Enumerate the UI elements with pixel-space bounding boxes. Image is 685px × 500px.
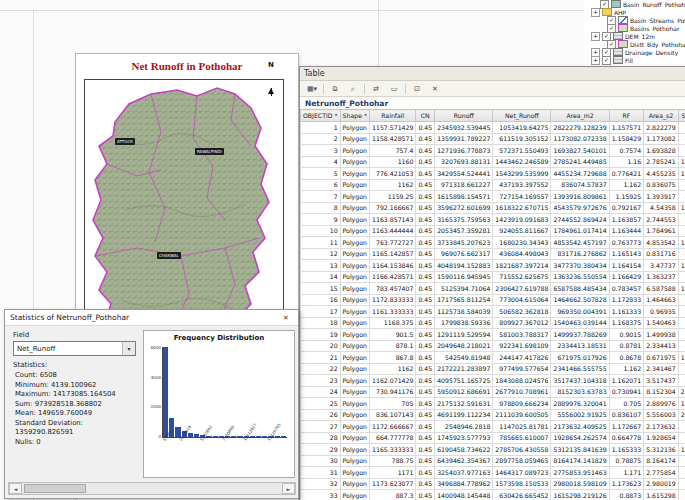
table-row[interactable]: 27Polygon1172.6666670.452548946.28181147… (301, 421, 685, 433)
select-by-attributes-button[interactable]: ⌕ (345, 82, 361, 96)
table-row[interactable]: 25Polygon7050.452175132.591631978809.666… (301, 398, 685, 410)
table-cell: 32 (301, 478, 341, 490)
chevron-down-icon[interactable]: ▾ (122, 342, 135, 355)
scroll-left-icon[interactable]: ◄ (9, 483, 22, 494)
statistics-dialog-titlebar[interactable]: Statistics of Netrunoff_Pothohar ✕ (5, 310, 298, 326)
district-label-chakwal: CHAKWAL (157, 252, 181, 259)
y-tick-label: 2000 (146, 404, 161, 409)
attribute-grid[interactable]: OBJECTID *Shape *RainfallCNRunoffNet_Run… (300, 109, 685, 500)
expander-icon[interactable]: + (591, 56, 600, 65)
table-row[interactable]: 28Polygon664.7777780.451745923.577793785… (301, 432, 685, 444)
table-row[interactable]: 32Polygon1173.6230770.453496884.77896215… (301, 478, 685, 490)
table-cell: 5290.948721 (678, 271, 685, 283)
table-row[interactable]: 7Polygon1159.250.451615898.154571727154.… (301, 191, 685, 203)
table-cell: 0.8678 (609, 352, 644, 364)
delete-selected-button[interactable]: ✕ (427, 82, 443, 96)
layer-item-dem-12m[interactable]: +✓DEM_12m (584, 32, 685, 40)
column-header-area-s2[interactable]: Area_s2 (644, 110, 679, 122)
table-row[interactable]: 5Polygon776.4210530.453429554.5244411543… (301, 168, 685, 180)
table-row[interactable]: 3Polygon757.40.451271936.778873572371.55… (301, 145, 685, 157)
table-row[interactable]: 12Polygon1165.1428570.45969076.662317436… (301, 248, 685, 260)
scroll-right-icon[interactable]: ► (282, 483, 295, 494)
ruler-guide-horizontal (0, 10, 685, 11)
table-row[interactable]: 13Polygon1164.1538460.454048194.15288318… (301, 260, 685, 272)
tab-netrunoff-pothohar[interactable]: Netrunoff_Pothohar (305, 99, 388, 108)
table-cell: 1168.375 (370, 317, 416, 329)
attribute-table-window[interactable]: Table ▦▾⧉⌕⇄▭⊡✕ Netrunoff_Pothohar OBJECT… (299, 66, 685, 500)
table-row[interactable]: 33Polygon887.30.451400948.145448630426.6… (301, 490, 685, 500)
table-cell: 7396.320781 (678, 329, 685, 341)
table-row[interactable]: 31Polygon11710.453254037.9771631464317.0… (301, 467, 685, 479)
dialog-horizontal-scrollbar[interactable]: ◄ ► (8, 482, 296, 495)
column-header-rainfall[interactable]: Rainfall (370, 110, 416, 122)
table-row[interactable]: 14Polygon1166.4285710.451590116.94594571… (301, 271, 685, 283)
table-cell: 1.172667 (609, 421, 644, 433)
table-cell: 1171 (370, 467, 416, 479)
table-row[interactable]: 16Polygon1172.8333330.451717565.81125477… (301, 294, 685, 306)
layers-tree: ✓Basin_Runoff_Pothohar+AHP✓Basin_Streams… (584, 0, 685, 64)
table-options-button[interactable]: ▦▾ (304, 82, 320, 96)
table-cell: 0.45 (416, 294, 435, 306)
table-cell: 0.45 (416, 179, 435, 191)
table-row[interactable]: 10Polygon1163.4444440.452053457.35928192… (301, 225, 685, 237)
clear-selection-button[interactable]: ▭ (386, 82, 402, 96)
table-cell: 17400.108569 (678, 352, 685, 364)
related-tables-button[interactable]: ⧉ (327, 82, 343, 96)
table-row[interactable]: 18Polygon1168.3750.451799838.59336809927… (301, 317, 685, 329)
table-row[interactable]: 1Polygon1157.5714290.452345932.539445105… (301, 122, 685, 134)
table-row[interactable]: 30Polygon788.750.456439462.3543672897758… (301, 455, 685, 467)
panel-edge-line (378, 0, 379, 66)
table-row[interactable]: 4Polygon11600.453207693.881311443462.246… (301, 156, 685, 168)
expander-icon[interactable]: + (591, 32, 600, 41)
table-row[interactable]: 20Polygon878.10.452049648.218021922341.6… (301, 340, 685, 352)
table-row[interactable]: 17Polygon1161.3333330.451125738.58403950… (301, 306, 685, 318)
statistics-dialog[interactable]: Statistics of Netrunoff_Pothohar ✕ Field… (4, 309, 299, 499)
table-row[interactable]: 24Polygon730.9411760.455950912.686691267… (301, 386, 685, 398)
table-row[interactable]: 9Polygon1163.8571430.453165375.759563142… (301, 214, 685, 226)
switch-selection-button[interactable]: ⇄ (368, 82, 384, 96)
table-row[interactable]: 19Polygon901.50.451291119.529594581003.7… (301, 329, 685, 341)
column-header-area-m2[interactable]: Area_m2 (551, 110, 609, 122)
table-cell: 6190458.734622 (435, 444, 493, 456)
column-header-shape-[interactable]: Shape * (340, 110, 369, 122)
table-cell: 788.75 (370, 455, 416, 467)
table-row[interactable]: 6Polygon11620.45971318.661227437193.3975… (301, 179, 685, 191)
table-cell: 10 (301, 225, 341, 237)
stat-maximum-: Maximum: 14173085.164504 (15, 390, 140, 400)
layer-item-fill[interactable]: +✓Fill (584, 56, 685, 64)
table-row[interactable]: 26Polygon836.1071430.454691199.112234211… (301, 409, 685, 421)
table-cell: 0.783457 (609, 283, 644, 295)
table-row[interactable]: 2Polygon1158.4285710.451359931.789227611… (301, 133, 685, 145)
layer-item-basin-streams-pothohar[interactable]: ✓Basin_Streams_Pothohar (584, 16, 685, 24)
column-header-shape-length[interactable]: Shape_Length (678, 110, 685, 122)
table-cell: 8.152304 (644, 386, 679, 398)
close-icon[interactable]: ✕ (279, 314, 293, 322)
table-row[interactable]: 11Polygon763.7727270.453733845.207623168… (301, 237, 685, 249)
scrollbar-thumb[interactable] (24, 484, 86, 493)
column-header-runoff[interactable]: Runoff (435, 110, 493, 122)
table-row[interactable]: 22Polygon11620.452172221.283897977499.57… (301, 363, 685, 375)
table-cell: 1615898.154571 (435, 191, 493, 203)
y-tick-label: 0 (146, 434, 161, 439)
zoom-to-selected-button[interactable]: ⊡ (409, 82, 425, 96)
table-cell: 1464317.089723 (493, 467, 551, 479)
table-row[interactable]: 23Polygon1162.0714290.454095751.16572518… (301, 375, 685, 387)
field-dropdown[interactable]: Net_Runoff ▾ (13, 341, 136, 356)
table-cell: 1162 (370, 179, 416, 191)
north-arrow: N (264, 62, 278, 96)
table-row[interactable]: 15Polygon783.4574070.455125394.710642306… (301, 283, 685, 295)
layer-checkbox[interactable]: ✓ (602, 56, 611, 65)
expander-icon[interactable]: + (591, 8, 600, 17)
table-row[interactable]: 21Polygon867.80.45542549.81948244147.417… (301, 352, 685, 364)
table-header-row: OBJECTID *Shape *RainfallCNRunoffNet_Run… (301, 110, 685, 122)
layer-item-ahp[interactable]: +AHP (584, 8, 685, 16)
column-header-net-runoff[interactable]: Net_Runoff (493, 110, 551, 122)
table-row[interactable]: 29Polygon1165.3333330.456190458.73462227… (301, 444, 685, 456)
column-header-objectid-[interactable]: OBJECTID * (301, 110, 341, 122)
table-row[interactable]: 8Polygon792.1666670.453596272.6016991618… (301, 202, 685, 214)
table-window-titlebar[interactable]: Table (300, 67, 685, 81)
column-header-rf[interactable]: RF (609, 110, 644, 122)
column-header-cn[interactable]: CN (416, 110, 435, 122)
table-cell: 1.172833 (609, 294, 644, 306)
table-cell: 1363236.550554 (551, 271, 609, 283)
